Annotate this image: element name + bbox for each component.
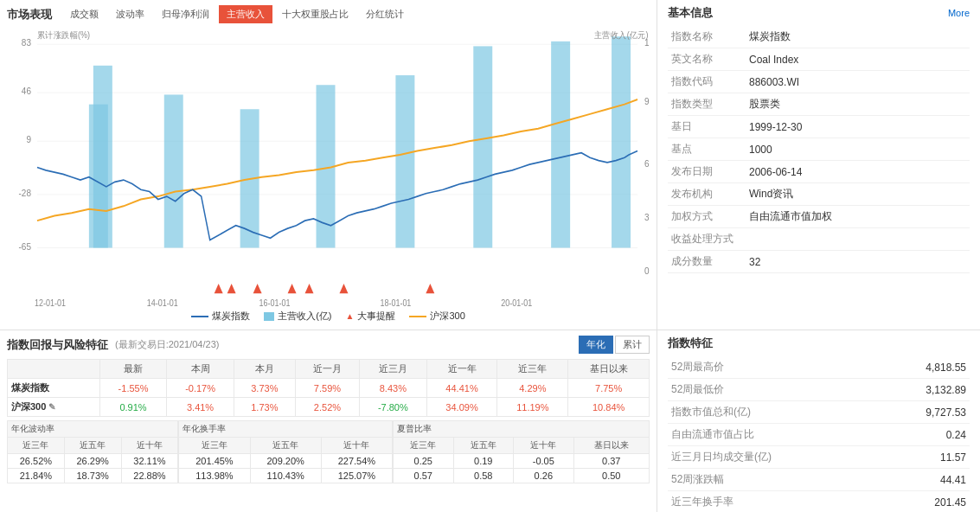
svg-text:16-01-01: 16-01-01 xyxy=(259,298,291,308)
th-latest: 最新 xyxy=(99,360,167,379)
info-title: 基本信息 xyxy=(668,5,713,21)
info-label-count: 成分数量 xyxy=(668,251,746,273)
turn-hs300-5y: 110.43% xyxy=(250,469,321,483)
turn-row-coal: 201.45% 209.20% 227.54% xyxy=(179,454,393,469)
info-label-publisher: 发布机构 xyxy=(668,183,746,206)
sharpe-hs300-10y: 0.26 xyxy=(514,469,574,483)
legend-coal: 煤炭指数 xyxy=(191,310,250,323)
feat-row-low: 52周最低价 3,132.89 xyxy=(668,379,970,401)
turn-coal-5y: 209.20% xyxy=(250,454,321,469)
coal-week: -0.17% xyxy=(167,379,234,398)
toggle-annualized[interactable]: 年化 xyxy=(579,336,613,354)
turnover-table: 年化换手率 近三年 近五年 近十年 201.45% 209.20% 227.54… xyxy=(178,420,393,483)
info-value-return xyxy=(746,228,970,251)
sharpe-title: 夏普比率 xyxy=(394,421,650,438)
svg-text:9: 9 xyxy=(26,134,31,145)
svg-text:46: 46 xyxy=(22,86,31,97)
info-row-code: 指数代码 886003.WI xyxy=(668,71,970,93)
svg-rect-16 xyxy=(93,66,112,248)
coal-1m: 7.59% xyxy=(295,379,359,398)
info-value-type: 股票类 xyxy=(746,93,970,116)
coal-since: 7.75% xyxy=(568,379,650,398)
tab-bodonglv[interactable]: 波动率 xyxy=(108,5,152,23)
info-row-name: 指数名称 煤炭指数 xyxy=(668,26,970,48)
feat-row-turn3y: 近三年换手率 201.45 xyxy=(668,491,970,513)
bottom-row: 指数回报与风险特征 (最新交易日:2021/04/23) 年化 累计 最新 本周… xyxy=(0,330,980,512)
svg-text:18-01-01: 18-01-01 xyxy=(380,298,411,308)
sharpe-hs300-5y: 0.58 xyxy=(453,469,514,483)
features-panel: 指数特征 52周最高价 4,818.55 52周最低价 3,132.89 指数市… xyxy=(657,330,980,512)
info-value-pubdate: 2006-06-14 xyxy=(746,161,970,183)
info-label-basedate: 基日 xyxy=(668,116,746,138)
feat-row-mktcap: 指数市值总和(亿) 9,727.53 xyxy=(668,401,970,424)
info-row-type: 指数类型 股票类 xyxy=(668,93,970,116)
info-value-name: 煤炭指数 xyxy=(746,26,970,48)
svg-marker-24 xyxy=(215,284,223,293)
legend-event-icon: ▲ xyxy=(346,311,355,321)
returns-row-hs300: 沪深300 ✎ 0.91% 3.41% 1.73% 2.52% -7.80% 3… xyxy=(8,398,650,417)
hs300-1m: 2.52% xyxy=(295,398,359,417)
turn-hs300-10y: 125.07% xyxy=(321,469,392,483)
feat-label-low: 52周最低价 xyxy=(668,379,789,401)
th-1m: 近一月 xyxy=(295,360,359,379)
legend-revenue-bar xyxy=(264,312,274,321)
legend-revenue-label: 主营收入(亿) xyxy=(278,310,331,323)
market-panel: 市场表现 成交额 波动率 归母净利润 主营收入 十大权重股占比 分红统计 83 … xyxy=(0,0,657,330)
tab-fenhong[interactable]: 分红统计 xyxy=(358,5,412,23)
toggle-cumulative[interactable]: 累计 xyxy=(615,336,650,354)
svg-text:-28: -28 xyxy=(19,188,32,199)
vol-th-5y: 近五年 xyxy=(64,438,121,454)
info-value-count: 32 xyxy=(746,251,970,273)
coal-3m: 8.43% xyxy=(360,379,427,398)
th-since: 基日以来 xyxy=(568,360,650,379)
more-link[interactable]: More xyxy=(948,8,970,18)
svg-marker-29 xyxy=(339,284,348,293)
hs300-month: 1.73% xyxy=(234,398,295,417)
sharpe-row-coal: 0.25 0.19 -0.05 0.37 xyxy=(394,454,650,469)
tab-guimu[interactable]: 归母净利润 xyxy=(154,5,217,23)
sharpe-hs300-3y: 0.57 xyxy=(394,469,454,483)
legend-hs300-label: 沪深300 xyxy=(430,310,464,323)
svg-marker-30 xyxy=(426,284,434,293)
legend-event-label: 大事提醒 xyxy=(357,310,395,323)
sharpe-th-3y: 近三年 xyxy=(394,438,454,454)
feat-row-high: 52周最高价 4,818.55 xyxy=(668,356,970,379)
sharpe-coal-since: 0.37 xyxy=(573,454,649,469)
tab-chengjiaoe[interactable]: 成交额 xyxy=(62,5,106,23)
volatility-title: 年化波动率 xyxy=(8,421,178,438)
returns-title-group: 指数回报与风险特征 (最新交易日:2021/04/23) xyxy=(7,337,219,353)
vol-coal-5y: 26.29% xyxy=(64,454,121,469)
sharpe-th-5y: 近五年 xyxy=(453,438,514,454)
legend-event: ▲ 大事提醒 xyxy=(346,310,396,323)
info-value-weight: 自由流通市值加权 xyxy=(746,206,970,228)
feat-value-vol3m: 11.57 xyxy=(789,446,970,469)
svg-marker-28 xyxy=(305,284,314,293)
coal-3y: 4.29% xyxy=(497,379,568,398)
th-1y: 近一年 xyxy=(426,360,497,379)
info-label-en: 英文名称 xyxy=(668,48,746,71)
info-label-basepoint: 基点 xyxy=(668,138,746,161)
hs300-1y: 34.09% xyxy=(426,398,497,417)
returns-panel: 指数回报与风险特征 (最新交易日:2021/04/23) 年化 累计 最新 本周… xyxy=(0,330,657,512)
coal-label: 煤炭指数 xyxy=(8,379,100,398)
coal-1y: 44.41% xyxy=(426,379,497,398)
turn-coal-3y: 201.45% xyxy=(179,454,250,469)
returns-main-table: 最新 本周 本月 近一月 近三月 近一年 近三年 基日以来 煤炭指数 -1.55… xyxy=(7,359,650,417)
info-label-weight: 加权方式 xyxy=(668,206,746,228)
info-value-en: Coal Index xyxy=(746,48,970,71)
info-row-basedate: 基日 1999-12-30 xyxy=(668,116,970,138)
svg-text:83: 83 xyxy=(22,37,31,48)
info-value-code: 886003.WI xyxy=(746,71,970,93)
chart-area: 83 46 9 -28 -65 12k 9k 6k 3k 0 xyxy=(7,27,650,308)
info-row-weight: 加权方式 自由流通市值加权 xyxy=(668,206,970,228)
feat-value-turn3y: 201.45 xyxy=(789,491,970,513)
main-container: 市场表现 成交额 波动率 归母净利润 主营收入 十大权重股占比 分红统计 83 … xyxy=(0,0,980,512)
info-header: 基本信息 More xyxy=(668,5,970,21)
tab-zhuyingshouru[interactable]: 主营收入 xyxy=(219,5,272,23)
svg-text:12-01-01: 12-01-01 xyxy=(35,298,66,308)
edit-icon[interactable]: ✎ xyxy=(48,402,55,412)
tab-shida[interactable]: 十大权重股占比 xyxy=(274,5,356,23)
legend-coal-line xyxy=(191,316,208,317)
legend-hs300-line xyxy=(409,316,426,317)
info-row-return: 收益处理方式 xyxy=(668,228,970,251)
